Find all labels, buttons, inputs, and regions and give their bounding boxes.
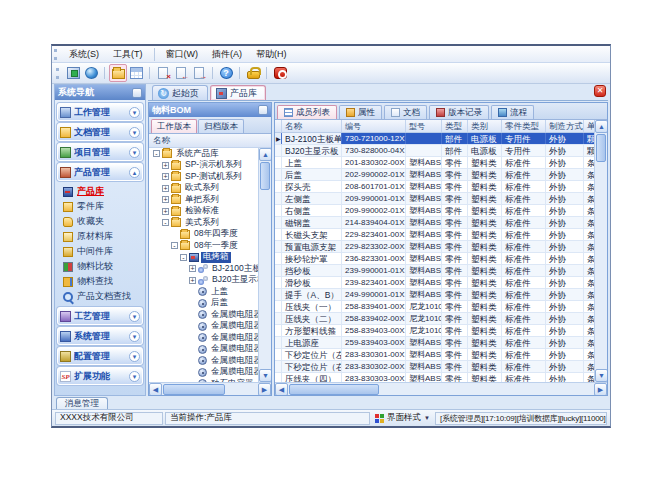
tree-node[interactable]: 独石电容器 <box>149 378 258 382</box>
tree-expander-icon[interactable]: + <box>162 185 169 192</box>
scrollbar-thumb[interactable] <box>289 384 379 395</box>
table-row[interactable]: 挡秒板239-990001-01X塑料ABS零件塑料类标准件外协条 <box>275 265 594 277</box>
tab-workflow[interactable]: 流程 <box>491 105 534 119</box>
help-icon[interactable] <box>217 64 235 82</box>
tree-node[interactable]: + SP-演示机系列 <box>149 160 258 172</box>
tree-horizontal-scrollbar[interactable]: ◀ ▶ <box>149 382 271 395</box>
column-header[interactable]: 零件类型 <box>502 120 546 132</box>
scroll-left-icon[interactable]: ◀ <box>149 383 162 396</box>
tree-column-header[interactable]: 名称 <box>149 134 271 148</box>
table-row[interactable]: 方形塑料线箍258-839403-00X尼龙1010零件塑料类标准件外协条 <box>275 325 594 337</box>
sidebar-group-system[interactable]: 系统管理 ▾ <box>57 327 143 345</box>
nav-item-parts-library[interactable]: 零件库 <box>63 199 143 214</box>
menu-item[interactable]: 系统(S) <box>62 47 106 62</box>
table-row[interactable]: 后盖202-990002-01X塑料ABS零件塑料类标准件外协条 <box>275 169 594 181</box>
table-row[interactable]: 预置电源支架229-823302-00X塑料ABS零件塑料类标准件外协条 <box>275 241 594 253</box>
menu-item[interactable]: 帮助(H) <box>249 47 294 62</box>
scroll-down-icon[interactable]: ▼ <box>595 369 608 382</box>
table-vertical-scrollbar[interactable]: ▲ ▼ <box>594 120 607 382</box>
menu-item[interactable]: 窗口(W) <box>159 47 206 62</box>
table-row[interactable]: 下秒定位片（右）283-830302-00X塑料ABS零件塑料类标准件外协条 <box>275 361 594 373</box>
tab-documents[interactable]: 文档 <box>384 105 427 119</box>
table-horizontal-scrollbar[interactable]: ◀ ▶ <box>275 382 607 395</box>
chevron-icon[interactable]: ▾ <box>129 331 140 342</box>
sidebar-group-process[interactable]: 工艺管理 ▾ <box>57 307 143 325</box>
nav-item-favorites[interactable]: 收藏夹 <box>63 214 143 229</box>
tree-node[interactable]: 金属膜电阻器 <box>149 332 258 344</box>
chevron-icon[interactable]: ▾ <box>129 127 140 138</box>
sidebar-group-document[interactable]: 文档管理 ▾ <box>57 123 143 141</box>
sidebar-group-config[interactable]: 配置管理 ▾ <box>57 347 143 365</box>
sidebar-menu-icon[interactable] <box>132 88 142 98</box>
network-globe-icon[interactable] <box>82 64 100 82</box>
tree-expander-icon[interactable]: - <box>162 219 169 226</box>
lock-icon[interactable] <box>244 64 262 82</box>
tree-node[interactable]: + BJ20主显示板 <box>149 275 258 287</box>
sidebar-group-extensions[interactable]: 扩展功能 ▾ <box>57 367 143 385</box>
scrollbar-thumb[interactable] <box>163 384 225 395</box>
tree-vertical-scrollbar[interactable]: ▲ ▼ <box>258 148 271 382</box>
table-row[interactable]: BJ20主显示板730-828000-04X部件电源板专用件外协颗 <box>275 145 594 157</box>
menu-item[interactable]: 工具(T) <box>106 47 150 62</box>
tab-properties[interactable]: 属性 <box>339 105 382 119</box>
table-row[interactable]: 压线夹（一）258-839401-00X尼龙1010零件塑料类标准件外协条 <box>275 301 594 313</box>
tab-archived-version[interactable]: 归档版本 <box>198 119 244 133</box>
table-row[interactable]: 压线夹（四）283-830303-00X塑料ABS零件塑料类标准件外协条 <box>275 373 594 382</box>
tree-node[interactable]: + 检验标准 <box>149 206 258 218</box>
scroll-right-icon[interactable]: ▶ <box>594 383 607 396</box>
table-row[interactable]: ▶BJ-2100主板单元730-721000-12X部件电源板专用件外协颗 <box>275 133 594 145</box>
nav-item-intermediate-library[interactable]: 中间件库 <box>63 244 143 259</box>
table-row[interactable]: 长磁头支架229-823401-00X塑料ABS零件塑料类标准件外协条 <box>275 229 594 241</box>
exit-icon[interactable] <box>271 64 289 82</box>
tree-expander-icon[interactable]: + <box>162 173 169 180</box>
column-header[interactable]: 名称 <box>282 120 342 132</box>
table-row[interactable]: 提手（A、B）249-990001-01X塑料ABS零件塑料类标准件外协条 <box>275 289 594 301</box>
chevron-icon[interactable]: ▾ <box>129 311 140 322</box>
tree-expander-icon[interactable]: + <box>189 277 196 284</box>
tree-node[interactable]: 金属膜电阻器 <box>149 355 258 367</box>
tree-expander-icon[interactable]: - <box>171 242 178 249</box>
tree-node[interactable]: 上盖 <box>149 286 258 298</box>
table-row[interactable]: 探头壳208-601701-01X塑料ABS零件塑料类标准件外协条 <box>275 181 594 193</box>
report-export-icon[interactable] <box>190 64 208 82</box>
column-header[interactable]: 编号 <box>342 120 406 132</box>
tree-node[interactable]: - 系统产品库 <box>149 148 258 160</box>
scroll-left-icon[interactable]: ◀ <box>275 383 288 396</box>
tree-expander-icon[interactable]: - <box>153 150 160 157</box>
tree-node[interactable]: + 单把系列 <box>149 194 258 206</box>
scroll-up-icon[interactable]: ▲ <box>259 148 271 161</box>
product-library-icon[interactable] <box>109 64 127 82</box>
tree-expander-icon[interactable]: + <box>162 196 169 203</box>
tree-node[interactable]: 金属膜电阻器 <box>149 321 258 333</box>
sidebar-group-project[interactable]: 项目管理 ▾ <box>57 143 143 161</box>
table-row[interactable]: 压线夹（二）258-839402-00X尼龙1010零件塑料类标准件外协条 <box>275 313 594 325</box>
nav-item-product-library[interactable]: 产品库 <box>63 184 143 199</box>
column-header[interactable]: 类别 <box>468 120 502 132</box>
tab-working-version[interactable]: 工作版本 <box>151 119 197 133</box>
nav-item-material-search[interactable]: 物料查找 <box>63 274 143 289</box>
sidebar-group-product[interactable]: 产品管理 ▴ <box>57 163 143 181</box>
tab-version-history[interactable]: 版本记录 <box>429 105 489 119</box>
chevron-icon[interactable]: ▴ <box>129 167 140 178</box>
chevron-icon[interactable]: ▾ <box>129 107 140 118</box>
tree-node[interactable]: + BJ-2100主板单元 <box>149 263 258 275</box>
tab-member-list[interactable]: 成员列表 <box>277 105 337 119</box>
tree-node[interactable]: 08年四季度 <box>149 229 258 241</box>
report-close-icon[interactable] <box>154 64 172 82</box>
scrollbar-thumb[interactable] <box>596 134 606 162</box>
tree-node[interactable]: 金属膜电阻器 <box>149 309 258 321</box>
tab-start-page[interactable]: 起始页 <box>152 85 208 100</box>
tree-node[interactable]: + 欧式系列 <box>149 183 258 195</box>
chevron-icon[interactable]: ▾ <box>129 351 140 362</box>
tab-message-management[interactable]: 消息管理 <box>56 397 108 409</box>
tree-expander-icon[interactable]: + <box>162 208 169 215</box>
table-row[interactable]: 上电源座259-839403-00X塑料ABS零件塑料类标准件外协条 <box>275 337 594 349</box>
tree-expander-icon[interactable]: + <box>162 162 169 169</box>
chevron-icon[interactable]: ▾ <box>129 147 140 158</box>
report-import-icon[interactable] <box>172 64 190 82</box>
scroll-down-icon[interactable]: ▼ <box>259 369 271 382</box>
menubar-grip[interactable] <box>54 49 59 60</box>
nav-item-product-doc-search[interactable]: 产品文档查找 <box>63 289 143 304</box>
column-header[interactable]: 型号 <box>406 120 442 132</box>
scrollbar-thumb[interactable] <box>260 162 270 190</box>
